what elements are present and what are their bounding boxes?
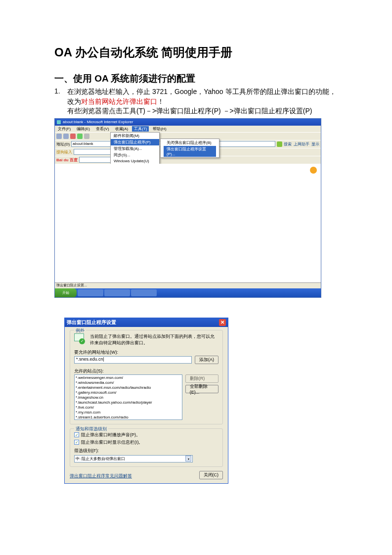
avatar-icon[interactable]: [310, 167, 317, 174]
menu-help[interactable]: 帮助(H): [151, 126, 168, 132]
notify-fieldset: 通知和筛选级别 ✓ 阻止弹出窗口时播放声音(P)。 ✓ 阻止弹出窗口时显示信息栏…: [70, 428, 223, 467]
list-item[interactable]: *.entertainment.msn.com/radio/launchradi…: [76, 385, 181, 390]
sogou-label: 搜狗输入: [56, 149, 72, 155]
back-icon[interactable]: [56, 134, 62, 139]
checkbox-infobar[interactable]: ✓: [74, 440, 79, 445]
status-text: 弹出窗口阻止设置...: [56, 283, 87, 288]
close-icon[interactable]: ✕: [219, 319, 226, 326]
step-sub: 有些浏览器需点击工具(T)－>弹出窗口阻止程序(P) －>弹出窗口阻止程序设置(…: [67, 106, 343, 116]
dd-item[interactable]: 同步(S)...: [111, 152, 159, 158]
section-heading-1: 一、使用 OA 系统前须进行的配置: [54, 72, 343, 85]
step-text-b: ！: [157, 97, 164, 105]
list-item[interactable]: *.imageshow.cn: [76, 395, 181, 400]
titlebar: about:blank - Microsoft Internet Explore…: [55, 119, 321, 126]
menu-tools[interactable]: 工具(T): [132, 126, 149, 132]
remove-button[interactable]: 删除(R): [185, 374, 218, 383]
stop-icon[interactable]: [70, 134, 76, 139]
list-item[interactable]: *.launchcast.launch.yahoo.com/radio/play…: [76, 400, 181, 405]
checkbox-sound[interactable]: ✓: [74, 432, 79, 437]
refresh-icon[interactable]: [77, 134, 83, 139]
popup-icon: ✓: [74, 333, 87, 344]
sub-item[interactable]: 关闭弹出窗口阻止程序(B): [164, 139, 216, 146]
browser-content: [55, 164, 321, 282]
fs-legend-2: 通知和筛选级别: [74, 426, 108, 432]
dialog-desc: 当前阻止了弹出窗口。通过将站点添加到下面的列表，您可以允许来自特定网站的弹出窗口…: [90, 333, 218, 346]
list-item[interactable]: *.my.msn.com: [76, 410, 181, 415]
step-body: 在浏览器地址栏输入，停止 3721，Google，Yahoo 等工具所带的阻止弹…: [67, 87, 343, 106]
tb-link[interactable]: 上网助手: [294, 141, 309, 147]
dialog-titlebar: 弹出窗口阻止程序设置 ✕: [65, 318, 228, 327]
close-button[interactable]: 关闭(C): [199, 471, 223, 479]
home-icon[interactable]: [84, 134, 89, 139]
task-item[interactable]: [78, 289, 103, 296]
chevron-down-icon: ▾: [185, 456, 191, 462]
ie-browser-screenshot: about:blank - Microsoft Internet Explore…: [54, 118, 321, 298]
dd-item-popup[interactable]: 弹出窗口阻止程序(P): [111, 139, 159, 145]
baidu-label: Bai du 百度: [56, 157, 78, 163]
remove-all-button[interactable]: 全部删除(E)...: [185, 385, 218, 393]
site-input[interactable]: *.snes.edu.cn|: [74, 356, 192, 364]
list-item[interactable]: *.windowsmedia.com/: [76, 380, 181, 385]
statusbar: 弹出窗口阻止设置...: [55, 282, 321, 288]
cb-label-1: 阻止弹出窗口时播放声音(P)。: [81, 432, 140, 438]
list-item[interactable]: *.live.com/: [76, 405, 181, 410]
add-button[interactable]: 添加(A): [195, 356, 218, 364]
filter-select[interactable]: 中: 阻止大多数自动弹出窗口 ▾: [74, 455, 193, 462]
exceptions-fieldset: 例外 ✓ 当前阻止了弹出窗口。通过将站点添加到下面的列表，您可以允许来自特定网站…: [70, 330, 223, 424]
address-label: 地址(D): [56, 141, 70, 147]
menubar: 文件(F) 编辑(E) 查看(V) 收藏(A) 工具(T) 帮助(H): [55, 126, 321, 132]
task-item[interactable]: [131, 289, 157, 296]
titlebar-text: about:blank - Microsoft Internet Explore…: [63, 120, 133, 124]
task-item[interactable]: [104, 289, 130, 296]
dd-item[interactable]: 邮件和新闻(M): [111, 133, 159, 139]
input-label: 要允许的网站地址(W):: [74, 349, 218, 356]
allowed-sites-list[interactable]: *.webmessenger.msn.com/ *.windowsmedia.c…: [74, 374, 182, 420]
step-text-red: 对当前网站允许弹出窗口: [81, 97, 157, 105]
faq-link[interactable]: 弹出窗口阻止程序常见问题解答: [70, 473, 132, 479]
list-item[interactable]: *.gallery.microsoft.com/: [76, 390, 181, 395]
taskbar: 开始: [55, 288, 321, 297]
dd-item[interactable]: 管理加载项(A)...: [111, 145, 159, 152]
go-icon[interactable]: [277, 141, 282, 147]
filter-label: 筛选级别(F):: [74, 448, 218, 454]
page-title: OA 办公自动化系统 简明使用手册: [54, 45, 343, 60]
menu-file[interactable]: 文件(F): [56, 126, 73, 132]
step-1: 1. 在浏览器地址栏输入，停止 3721，Google，Yahoo 等工具所带的…: [54, 87, 343, 106]
tb-link[interactable]: 显示: [311, 141, 319, 147]
ie-icon: [57, 120, 61, 124]
toolbar-links: 搜索 上网助手 显示: [284, 141, 319, 147]
step-number: 1.: [54, 87, 67, 106]
sub-item-settings[interactable]: 弹出窗口阻止程序设置(P)...: [164, 146, 216, 157]
forward-icon[interactable]: [63, 134, 69, 139]
allowed-label: 允许的站点(S):: [74, 368, 218, 374]
start-button[interactable]: 开始: [55, 288, 77, 297]
dd-item[interactable]: Windows Update(U): [111, 158, 159, 164]
filter-value: 中: 阻止大多数自动弹出窗口: [76, 456, 125, 462]
popup-settings-dialog: 弹出窗口阻止程序设置 ✕ 例外 ✓ 当前阻止了弹出窗口。通过将站点添加到下面的列…: [64, 318, 228, 484]
menu-edit[interactable]: 编辑(E): [75, 126, 92, 132]
list-item[interactable]: *.webmessenger.msn.com/: [76, 375, 181, 380]
list-item[interactable]: *.stream1.adsertion.com/radio: [76, 415, 181, 420]
menu-view[interactable]: 查看(V): [94, 126, 111, 132]
popup-submenu: 关闭弹出窗口阻止程序(B) 弹出窗口阻止程序设置(P)...: [160, 139, 219, 158]
menu-fav[interactable]: 收藏(A): [113, 126, 131, 132]
tb-link[interactable]: 搜索: [284, 141, 292, 147]
dialog-title-text: 弹出窗口阻止程序设置: [67, 319, 116, 326]
cb-label-2: 阻止弹出窗口时显示信息栏(I)。: [81, 439, 143, 446]
